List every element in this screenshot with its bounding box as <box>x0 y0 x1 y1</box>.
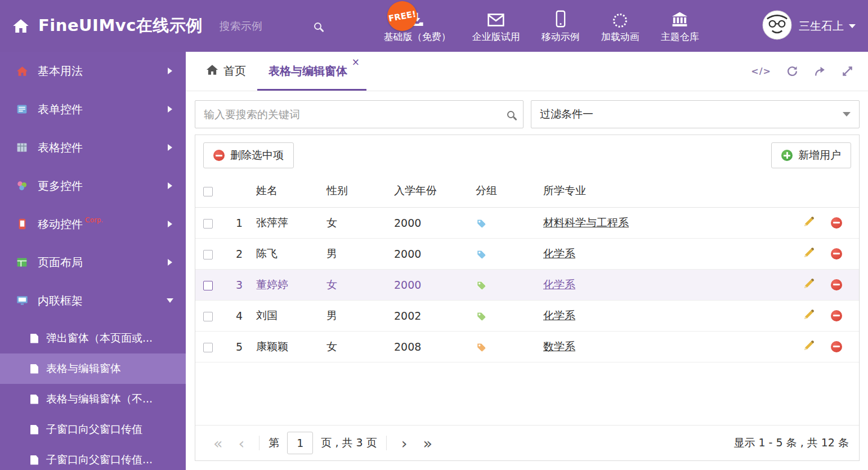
sidebar-subitem[interactable]: 表格与编辑窗体 <box>0 353 186 384</box>
delete-icon[interactable] <box>831 310 842 321</box>
tag-icon <box>476 216 487 229</box>
delete-icon[interactable] <box>831 248 842 259</box>
sidebar-subitem[interactable]: 子窗口向父窗口传值 <box>0 414 186 445</box>
pagination-bar: « ‹ 第 页 , 共 3 页 › » 显示 1 - 5 条 , 共 12 条 <box>195 425 859 460</box>
mobile-icon <box>16 218 28 230</box>
major-link[interactable]: 化学系 <box>543 278 575 290</box>
divider <box>259 436 259 450</box>
grid-panel: 删除选中项 新增用户 姓名 性别 <box>195 135 860 461</box>
edit-icon[interactable] <box>803 308 815 323</box>
major-link[interactable]: 数学系 <box>543 340 575 352</box>
major-link[interactable]: 材料科学与工程系 <box>543 216 629 229</box>
source-code-icon[interactable]: </> <box>751 66 771 77</box>
major-link[interactable]: 化学系 <box>543 309 575 321</box>
sidebar-item-form-controls[interactable]: 表单控件 <box>0 90 186 128</box>
sidebar-subitem[interactable]: 表格与编辑窗体（不... <box>0 384 186 414</box>
sidebar-subitem[interactable]: 弹出窗体（本页面或... <box>0 323 186 353</box>
page-icon <box>30 395 38 404</box>
col-header-actions <box>795 175 859 207</box>
sidebar-item-more-controls[interactable]: 更多控件 <box>0 167 186 205</box>
pager-prev-icon[interactable]: ‹ <box>239 436 245 451</box>
row-checkbox[interactable] <box>203 250 213 259</box>
row-checkbox[interactable] <box>203 343 213 352</box>
add-user-button[interactable]: 新增用户 <box>771 142 851 168</box>
student-name: 张萍萍 <box>252 207 322 238</box>
major-link[interactable]: 化学系 <box>543 247 575 259</box>
user-menu[interactable]: 三生石上 <box>762 10 856 42</box>
row-checkbox[interactable] <box>203 281 213 290</box>
main-area: 首页 表格与编辑窗体 × </> 过滤条件一 <box>186 52 868 470</box>
tab-home[interactable]: 首页 <box>195 52 257 91</box>
delete-selected-button[interactable]: 删除选中项 <box>203 142 294 168</box>
widgets-icon <box>16 180 28 191</box>
nav-item-loading-animation[interactable]: 加载动画 <box>590 8 650 43</box>
table-row[interactable]: 3 董婷婷 女 2000 化学系 <box>195 269 859 300</box>
table-row[interactable]: 5 康颖颖 女 2008 数学系 <box>195 331 859 362</box>
pager-first-icon[interactable]: « <box>213 436 223 451</box>
student-gender: 男 <box>322 238 390 269</box>
table-row[interactable]: 1 张萍萍 女 2000 材料科学与工程系 <box>195 207 859 238</box>
tab-grid-edit-window[interactable]: 表格与编辑窗体 × <box>257 52 366 91</box>
tab-bar: 首页 表格与编辑窗体 × </> <box>186 52 868 91</box>
share-icon[interactable] <box>813 65 826 77</box>
table-row[interactable]: 2 陈飞 男 2000 化学系 <box>195 238 859 269</box>
delete-icon[interactable] <box>831 217 842 229</box>
header-search-input[interactable] <box>220 20 310 32</box>
sidebar-item-mobile-controls[interactable]: 移动控件 Corp. <box>0 205 186 243</box>
select-all-checkbox[interactable] <box>203 187 213 196</box>
edit-icon[interactable] <box>803 277 815 292</box>
row-number: 2 <box>226 238 252 269</box>
keyword-input[interactable] <box>204 108 507 120</box>
col-header-year[interactable]: 入学年份 <box>390 175 471 207</box>
nav-item-enterprise-trial[interactable]: 企业版试用 <box>462 8 531 43</box>
delete-icon[interactable] <box>831 341 842 352</box>
row-number: 1 <box>226 207 252 238</box>
page-suffix: 页 , 共 3 页 <box>321 436 377 450</box>
spinner-icon <box>613 8 627 28</box>
sidebar-item-grid-controls[interactable]: 表格控件 <box>0 128 186 167</box>
sidebar-item-basic-usage[interactable]: 基本用法 <box>0 52 186 90</box>
page-number-input[interactable] <box>287 432 313 454</box>
tag-icon <box>476 278 487 291</box>
col-header-major[interactable]: 所学专业 <box>539 175 795 207</box>
nav-item-mobile-demo[interactable]: 移动示例 <box>531 8 590 43</box>
nav-item-theme-store[interactable]: 主题仓库 <box>650 8 710 43</box>
filter-dropdown-value: 过滤条件一 <box>540 107 593 122</box>
corp-badge: Corp. <box>85 216 103 224</box>
pager-next-icon[interactable]: › <box>401 436 408 451</box>
sidebar-subitem[interactable]: 子窗口向父窗口传值... <box>0 445 186 470</box>
col-header-group[interactable]: 分组 <box>471 175 539 207</box>
delete-icon[interactable] <box>831 279 842 290</box>
search-icon[interactable] <box>507 111 514 118</box>
col-header-gender[interactable]: 性别 <box>322 175 390 207</box>
chevron-right-icon <box>168 106 172 113</box>
chevron-down-icon <box>843 112 851 117</box>
col-header-name[interactable]: 姓名 <box>252 175 322 207</box>
sidebar-item-page-layout[interactable]: 页面布局 <box>0 243 186 281</box>
edit-icon[interactable] <box>803 247 815 261</box>
grid-toolbar: 删除选中项 新增用户 <box>195 135 859 175</box>
pager-last-icon[interactable]: » <box>423 436 432 451</box>
nav-label: 移动示例 <box>542 30 580 43</box>
row-checkbox[interactable] <box>203 312 213 321</box>
chevron-right-icon <box>168 182 172 189</box>
delete-selected-label: 删除选中项 <box>230 148 284 163</box>
row-checkbox[interactable] <box>203 219 213 229</box>
expand-icon[interactable] <box>842 65 853 77</box>
sidebar-item-iframe[interactable]: 内联框架 <box>0 281 186 320</box>
edit-icon[interactable] <box>803 339 815 354</box>
refresh-icon[interactable] <box>786 65 798 77</box>
header-search <box>220 20 321 32</box>
search-icon[interactable] <box>314 23 321 30</box>
nav-item-basic-edition[interactable]: 基础版（免费） <box>373 8 462 43</box>
chevron-right-icon <box>168 221 172 227</box>
app-header: FineUIMvc在线示例 基础版（免费） 企业版试用 移动示例 加载动画 <box>0 0 868 52</box>
table-row[interactable]: 4 刘国 男 2002 化学系 <box>195 300 859 331</box>
student-name: 刘国 <box>252 300 322 331</box>
chevron-right-icon <box>168 144 172 151</box>
close-icon[interactable]: × <box>352 56 360 68</box>
filter-dropdown[interactable]: 过滤条件一 <box>531 100 860 128</box>
edit-icon[interactable] <box>803 216 815 230</box>
app-home-icon[interactable] <box>12 17 29 34</box>
student-name: 陈飞 <box>252 238 322 269</box>
